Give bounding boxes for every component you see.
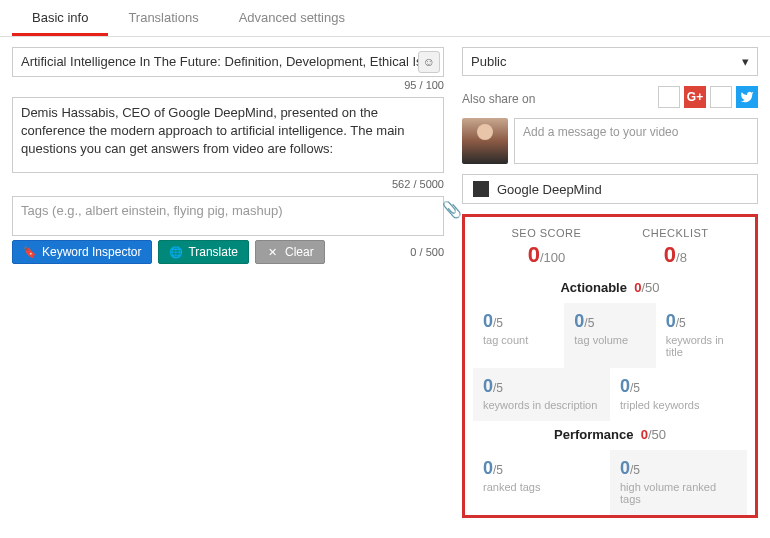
tab-advanced-settings[interactable]: Advanced settings [219,0,365,36]
twitter-icon[interactable] [736,86,758,108]
card-chip[interactable]: Google DeepMind [462,174,758,204]
share-message-input[interactable]: Add a message to your video [514,118,758,164]
title-field-row: Artificial Intelligence In The Future: D… [12,47,444,77]
actionable-header: Actionable 0/50 [473,280,747,295]
google-plus-icon[interactable]: G+ [684,86,706,108]
avatar [462,118,508,164]
translate-label: Translate [188,245,238,259]
description-field-row [12,97,444,176]
metric-tripled-keywords: 0/5tripled keywords [610,368,747,421]
tabs: Basic info Translations Advanced setting… [0,0,770,37]
metric-ranked-tags: 0/5ranked tags [473,450,610,515]
gplus-checkbox[interactable] [658,86,680,108]
privacy-select[interactable]: Public ▾ [462,47,758,76]
tags-counter: 0 / 500 [410,246,444,258]
metric-keywords-title: 0/5keywords in title [656,303,747,368]
chevron-down-icon: ▾ [742,54,749,69]
globe-icon: 🌐 [169,245,183,259]
metric-keywords-desc: 0/5keywords in description [473,368,610,421]
seo-panel: SEO SCORE 0/100 CHECKLIST 0/8 Actionable… [462,214,758,518]
emoji-icon[interactable]: ☺ [418,51,440,73]
title-counter: 95 / 100 [12,79,444,91]
tag-icon: 🔖 [23,245,37,259]
twitter-checkbox[interactable] [710,86,732,108]
checklist-score: CHECKLIST 0/8 [642,227,708,268]
tab-basic-info[interactable]: Basic info [12,0,108,36]
tags-input[interactable]: Tags (e.g., albert einstein, flying pig,… [12,196,444,236]
metric-tag-count: 0/5tag count [473,303,564,368]
close-icon: ✕ [266,245,280,259]
privacy-value: Public [471,54,506,69]
card-label: Google DeepMind [497,182,602,197]
card-icon [473,181,489,197]
clear-label: Clear [285,245,314,259]
metric-tag-volume: 0/5tag volume [564,303,655,368]
clear-button[interactable]: ✕ Clear [255,240,325,264]
share-label: Also share on [462,92,535,106]
description-input[interactable] [12,97,444,173]
paperclip-icon[interactable]: 📎 [442,200,462,219]
keyword-inspector-label: Keyword Inspector [42,245,141,259]
metric-high-volume-ranked: 0/5high volume ranked tags [610,450,747,515]
tab-translations[interactable]: Translations [108,0,218,36]
seo-score: SEO SCORE 0/100 [511,227,581,268]
description-counter: 562 / 5000 [12,178,444,190]
translate-button[interactable]: 🌐 Translate [158,240,249,264]
keyword-inspector-button[interactable]: 🔖 Keyword Inspector [12,240,152,264]
performance-header: Performance 0/50 [473,427,747,442]
title-input[interactable]: Artificial Intelligence In The Future: D… [12,47,444,77]
